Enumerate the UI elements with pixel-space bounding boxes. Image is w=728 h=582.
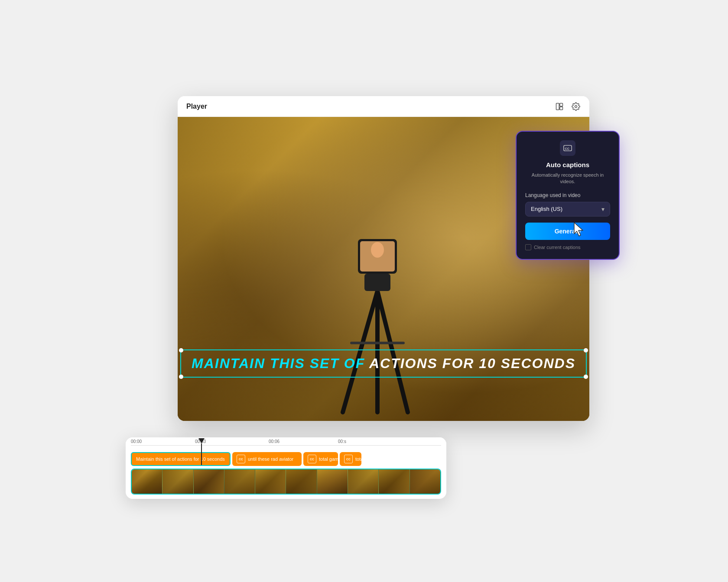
filmstrip-frame-1 (132, 469, 162, 494)
player-title: Player (186, 103, 207, 110)
ruler-line (131, 445, 441, 446)
clip-aviator-text: until these rad aviator (248, 456, 293, 462)
svg-text:CC: CC (565, 147, 570, 151)
caption-clip-main[interactable]: Maintain this set of actions for 10 seco… (131, 452, 231, 466)
filmstrip-frame-9 (379, 469, 410, 494)
timeline-tracks: Maintain this set of actions for 10 seco… (126, 449, 446, 469)
svg-rect-7 (364, 274, 390, 291)
cc-icon: CC (560, 140, 575, 156)
cc-svg: CC (563, 143, 572, 153)
svg-rect-1 (560, 103, 563, 106)
language-selected-value: English (US) (531, 206, 562, 212)
svg-rect-2 (560, 107, 563, 110)
scene-wrapper: Player (126, 96, 602, 486)
panel-title: Auto captions (525, 161, 610, 168)
settings-icon[interactable] (571, 102, 581, 111)
layout-icon[interactable] (555, 102, 564, 111)
filmstrip-frame-2 (162, 469, 193, 494)
caption-track-row: Maintain this set of actions for 10 seco… (131, 452, 441, 466)
caption-clip-tota[interactable]: CC tota (340, 452, 361, 466)
cursor-pointer (573, 222, 586, 237)
cc-badge-3: CC (344, 455, 353, 463)
timeline-ruler: 00:00 00:03 00:06 00:s (126, 437, 446, 449)
playhead-triangle (198, 438, 205, 443)
svg-point-10 (371, 242, 384, 258)
clear-caption-label: Clear current captions (534, 245, 581, 250)
panel-description: Automatically recognize speech in videos… (525, 172, 610, 185)
language-label: Language used in video (525, 192, 610, 198)
caption-clip-aviator[interactable]: CC until these rad aviator (232, 452, 302, 466)
titlebar-icons (555, 102, 581, 111)
filmstrip-frame-4 (224, 469, 255, 494)
filmstrip-frame-10 (410, 469, 440, 494)
filmstrip-frame-5 (255, 469, 286, 494)
timecode-s: 00:s (338, 439, 346, 444)
language-select[interactable]: English (US) ▾ (525, 202, 610, 217)
caption-part1: MAINTAIN THIS SET OF (192, 356, 369, 371)
caption-part2: ACTIONS FOR 10 SECONDS (369, 356, 575, 371)
clip-game-text: total game (319, 456, 338, 462)
playhead-line (201, 443, 202, 465)
auto-captions-panel: CC Auto captions Automatically recognize… (516, 131, 620, 260)
filmstrip-frame-7 (317, 469, 348, 494)
filmstrip-frame-3 (194, 469, 224, 494)
timecode-6: 00:06 (269, 439, 280, 444)
cc-badge-1: CC (237, 455, 245, 463)
tripod-graphic (317, 204, 438, 421)
timeline-panel: 00:00 00:03 00:06 00:s Maintain this set… (126, 437, 446, 499)
clear-caption-row: Clear current captions (525, 244, 610, 250)
caption-text: MAINTAIN THIS SET OF ACTIONS FOR 10 SECO… (192, 356, 575, 372)
caption-overlay[interactable]: MAINTAIN THIS SET OF ACTIONS FOR 10 SECO… (180, 349, 587, 378)
clear-caption-checkbox[interactable] (525, 244, 531, 250)
svg-point-3 (575, 105, 577, 107)
timecode-0: 00:00 (131, 439, 142, 444)
filmstrip-frame-6 (286, 469, 317, 494)
titlebar: Player (178, 96, 589, 117)
chevron-down-icon: ▾ (601, 206, 604, 213)
clip-main-text: Maintain this set of actions for 10 seco… (136, 456, 225, 462)
video-filmstrip (131, 469, 441, 495)
caption-clip-game[interactable]: CC total game (303, 452, 338, 466)
svg-rect-0 (556, 103, 559, 110)
generate-button[interactable]: Generate (525, 223, 610, 240)
cc-badge-2: CC (308, 455, 316, 463)
clip-tota-text: tota (355, 456, 361, 462)
filmstrip-frame-8 (348, 469, 379, 494)
